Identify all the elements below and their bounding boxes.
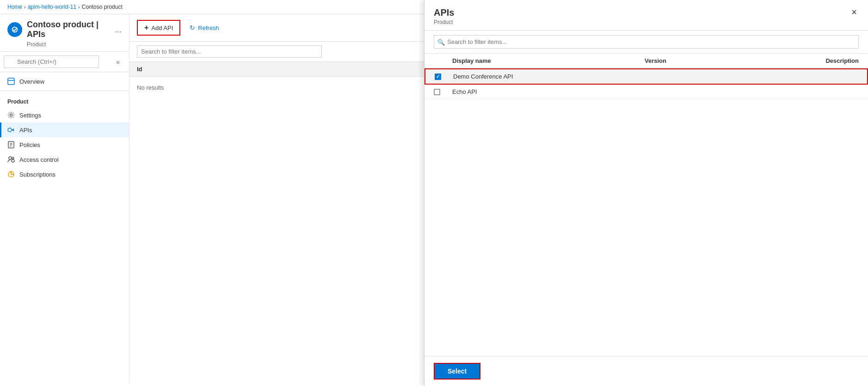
svg-point-11 xyxy=(12,157,14,159)
col-display-name-header: Display name xyxy=(452,57,615,64)
api-name-echo: Echo API xyxy=(452,88,615,95)
sidebar-nav: Overview Product Settings APIs xyxy=(0,72,129,184)
panel-table-body: Demo Conference API Echo API xyxy=(425,68,868,356)
sidebar-item-apis[interactable]: APIs xyxy=(0,123,129,137)
main-search-input[interactable] xyxy=(137,45,322,58)
panel-search-row: 🔍 xyxy=(425,31,868,54)
panel-header: APIs Product × xyxy=(425,0,868,31)
api-row-demo-conference[interactable]: Demo Conference API xyxy=(425,68,868,85)
settings-icon xyxy=(7,111,15,119)
refresh-button[interactable]: ↻ Refresh xyxy=(184,21,225,34)
panel-search-input[interactable] xyxy=(434,35,859,49)
svg-point-4 xyxy=(8,128,12,132)
add-api-label: Add API xyxy=(151,25,173,31)
sidebar-item-settings-label: Settings xyxy=(19,112,41,119)
panel-search-icon: 🔍 xyxy=(437,38,445,45)
col-description-header: Description xyxy=(696,57,859,64)
subscriptions-icon xyxy=(7,171,15,178)
svg-rect-1 xyxy=(8,78,14,85)
sidebar-item-access-control[interactable]: Access control xyxy=(0,152,129,167)
panel-title: APIs xyxy=(434,7,454,18)
checked-icon xyxy=(435,74,441,80)
breadcrumb-home[interactable]: Home xyxy=(7,4,22,10)
panel-subtitle: Product xyxy=(434,19,454,25)
refresh-icon: ↻ xyxy=(190,24,195,31)
sidebar-search-row: 🔍 « xyxy=(0,52,129,72)
add-api-button[interactable]: + Add API xyxy=(137,20,180,36)
product-icon xyxy=(7,22,22,37)
sidebar-item-apis-label: APIs xyxy=(19,127,32,134)
sidebar-item-overview[interactable]: Overview xyxy=(0,74,129,89)
checkbox-demo-conference[interactable] xyxy=(435,74,453,80)
col-version-header: Version xyxy=(615,57,696,64)
svg-point-0 xyxy=(12,27,18,32)
sidebar-item-subscriptions-label: Subscriptions xyxy=(19,171,55,178)
select-button[interactable]: Select xyxy=(434,363,480,380)
refresh-label: Refresh xyxy=(198,25,219,31)
svg-point-9 xyxy=(9,157,12,159)
more-options-button[interactable]: ... xyxy=(115,25,122,35)
apis-icon xyxy=(7,126,15,134)
sidebar: Contoso product | APIs ... Product 🔍 « O… xyxy=(0,14,129,384)
breadcrumb-service[interactable]: apim-hello-world-11 xyxy=(28,4,76,10)
breadcrumb-page: Contoso product xyxy=(82,4,123,10)
sidebar-item-settings[interactable]: Settings xyxy=(0,108,129,123)
sidebar-section-label: Product xyxy=(0,93,129,108)
sidebar-item-policies[interactable]: Policies xyxy=(0,137,129,152)
policies-icon xyxy=(7,141,15,148)
collapse-sidebar-button[interactable]: « xyxy=(114,56,122,67)
panel-close-button[interactable]: × xyxy=(850,7,859,17)
sidebar-item-subscriptions[interactable]: Subscriptions xyxy=(0,167,129,182)
api-row-echo[interactable]: Echo API xyxy=(425,85,868,99)
apis-panel: APIs Product × 🔍 Display name Version De… xyxy=(424,0,868,384)
sidebar-item-policies-label: Policies xyxy=(19,141,40,148)
access-control-icon xyxy=(7,156,15,163)
api-name-demo-conference: Demo Conference API xyxy=(453,73,615,80)
page-subtitle: Product xyxy=(7,41,122,48)
sidebar-item-overview-label: Overview xyxy=(19,78,44,85)
sidebar-item-access-control-label: Access control xyxy=(19,156,59,163)
svg-point-3 xyxy=(10,114,12,116)
page-title: Contoso product | APIs xyxy=(27,20,108,39)
svg-point-10 xyxy=(12,159,14,162)
unchecked-icon xyxy=(434,89,440,95)
add-icon: + xyxy=(144,24,148,32)
panel-table-header: Display name Version Description xyxy=(425,54,868,68)
no-results-text: No results xyxy=(137,84,164,91)
overview-icon xyxy=(7,78,15,85)
checkbox-echo[interactable] xyxy=(434,89,452,95)
sidebar-header: Contoso product | APIs ... Product xyxy=(0,14,129,52)
sidebar-search-input[interactable] xyxy=(4,55,99,68)
panel-footer: Select xyxy=(425,356,868,384)
